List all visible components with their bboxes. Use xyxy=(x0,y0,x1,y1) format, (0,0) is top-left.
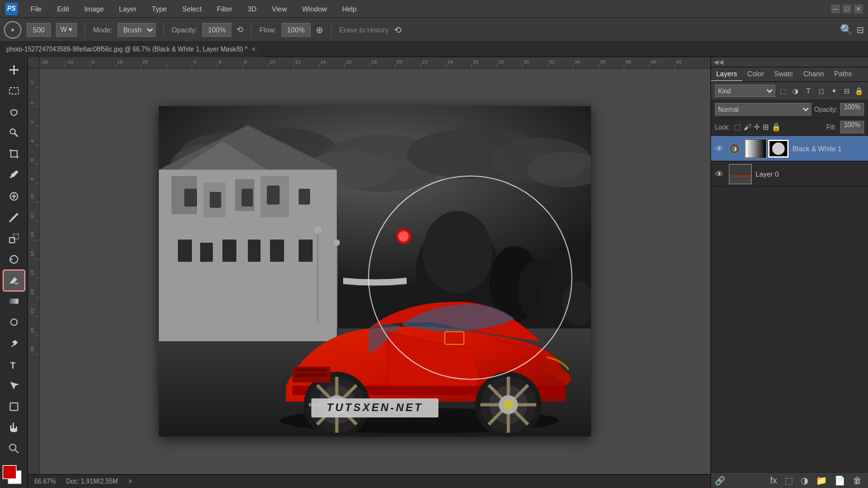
menu-select[interactable]: Select xyxy=(180,4,205,14)
airbrush-icon[interactable]: ⊕ xyxy=(316,25,323,35)
lock-pixels-icon[interactable]: 🖌 xyxy=(743,123,751,132)
tab-channels[interactable]: Chann xyxy=(798,67,829,81)
filter-lock-icon[interactable]: 🔒 xyxy=(854,86,864,96)
svg-text:12: 12 xyxy=(29,213,35,219)
svg-text:20: 20 xyxy=(29,289,35,295)
menu-filter[interactable]: Filter xyxy=(214,4,234,14)
fill-label: Fill: xyxy=(826,124,836,131)
svg-text:12: 12 xyxy=(295,59,301,65)
add-mask-button[interactable]: ⬚ xyxy=(782,475,796,486)
svg-text:-10: -10 xyxy=(66,59,74,65)
app-icon: PS xyxy=(5,3,18,15)
new-adjustment-button[interactable]: ◑ xyxy=(798,475,811,486)
tab-layers[interactable]: Layers xyxy=(711,67,742,81)
menu-layer[interactable]: Layer xyxy=(116,4,139,14)
tab-swatches[interactable]: Swatc xyxy=(769,67,798,81)
brush-tool[interactable] xyxy=(4,207,24,227)
menu-image[interactable]: Image xyxy=(82,4,107,14)
lock-transparent-icon[interactable]: ⬚ xyxy=(734,123,741,132)
layer-options-bw1[interactable]: ◑ xyxy=(729,143,740,154)
panel-tab-row: Layers Color Swatc Chann Paths xyxy=(711,67,868,82)
blend-mode-select[interactable]: Normal Dissolve Multiply Screen Overlay xyxy=(715,103,811,116)
tab-close-icon[interactable]: ✕ xyxy=(251,46,256,53)
canvas-tab[interactable]: photo-1527247043589-98e6ac08f56c.jpg @ 6… xyxy=(0,42,263,57)
dodge-tool[interactable] xyxy=(4,313,24,332)
pixel-filter-icon[interactable]: ⬚ xyxy=(778,86,788,96)
menu-file[interactable]: File xyxy=(28,4,44,14)
svg-text:26: 26 xyxy=(29,346,35,352)
tab-color[interactable]: Color xyxy=(742,67,769,81)
move-tool[interactable] xyxy=(4,60,24,79)
type-filter-icon[interactable]: T xyxy=(803,86,813,96)
canvas-viewport[interactable]: TUTSXEN-NET xyxy=(39,69,710,474)
link-layers-icon[interactable]: 🔗 xyxy=(715,475,725,485)
lasso-tool[interactable] xyxy=(4,102,24,121)
marquee-tool[interactable] xyxy=(4,81,24,100)
maximize-button[interactable]: □ xyxy=(843,4,851,13)
shape-filter-icon[interactable]: ◻ xyxy=(816,86,826,96)
status-arrow[interactable]: > xyxy=(128,478,132,485)
opacity-input[interactable]: 100% xyxy=(840,103,864,116)
adjustment-filter-icon[interactable]: ◑ xyxy=(790,86,801,96)
more-filter-icon[interactable]: ⊟ xyxy=(841,86,851,96)
eraser-tool[interactable] xyxy=(4,271,24,290)
brush-preset-icon[interactable]: W ▾ xyxy=(56,23,77,37)
svg-point-13 xyxy=(10,444,16,451)
menu-window[interactable]: Window xyxy=(299,4,329,14)
history-brush-tool[interactable] xyxy=(4,249,24,269)
layer-visibility-bw1[interactable]: 👁 xyxy=(715,144,725,154)
hand-tool[interactable] xyxy=(4,418,24,438)
tab-bar: photo-1527247043589-98e6ac08f56c.jpg @ 6… xyxy=(0,42,868,57)
zoom-tool[interactable] xyxy=(4,439,24,459)
erase-history-toggle[interactable]: ⟲ xyxy=(394,25,402,35)
lock-artboard-icon[interactable]: ⊞ xyxy=(763,123,769,132)
flow-value[interactable]: 100% xyxy=(281,23,311,37)
menu-type[interactable]: Type xyxy=(149,4,170,14)
clone-tool[interactable] xyxy=(4,228,24,248)
shape-tool[interactable] xyxy=(4,397,24,417)
svg-text:4: 4 xyxy=(193,59,196,65)
tab-paths[interactable]: Paths xyxy=(829,67,857,81)
new-layer-button[interactable]: 📄 xyxy=(832,475,848,486)
arrange-icon[interactable]: ⊟ xyxy=(857,25,864,35)
search-icon[interactable]: 🔍 xyxy=(840,24,853,36)
lock-position-icon[interactable]: ✛ xyxy=(754,123,760,132)
text-tool[interactable]: T xyxy=(4,355,24,374)
mode-select[interactable]: Brush Pencil Block xyxy=(118,23,156,37)
status-bar: 66.67% Doc: 1.91M/2.55M > xyxy=(28,474,710,488)
layer-item-bw1[interactable]: 👁 ◑ Black & White 1 xyxy=(711,136,868,161)
opacity-adjust-icon[interactable]: ⟲ xyxy=(236,25,243,34)
menu-help[interactable]: Help xyxy=(340,4,360,14)
image-canvas[interactable]: TUTSXEN-NET xyxy=(159,106,591,437)
delete-layer-button[interactable]: 🗑 xyxy=(850,475,864,486)
opacity-value[interactable]: 100% xyxy=(202,23,231,37)
healing-tool[interactable] xyxy=(4,186,24,206)
svg-text:26: 26 xyxy=(473,59,478,65)
lock-all-icon[interactable]: 🔒 xyxy=(771,123,781,132)
svg-point-132 xyxy=(398,231,409,241)
layer-mask-bw1[interactable] xyxy=(768,140,789,158)
brush-size-field[interactable]: 500 xyxy=(27,23,51,37)
smart-filter-icon[interactable]: ✦ xyxy=(829,86,839,96)
menu-view[interactable]: View xyxy=(269,4,290,14)
quick-select-tool[interactable] xyxy=(4,123,24,142)
path-select-tool[interactable] xyxy=(4,376,24,395)
eyedropper-tool[interactable] xyxy=(4,165,24,185)
menu-edit[interactable]: Edit xyxy=(55,4,72,14)
menu-3d[interactable]: 3D xyxy=(245,4,259,14)
kind-select[interactable]: Kind xyxy=(715,85,775,97)
toolbar: ● 500 W ▾ Mode: Brush Pencil Block Opaci… xyxy=(0,18,868,42)
pen-tool[interactable] xyxy=(4,334,24,353)
add-fx-button[interactable]: fx xyxy=(768,475,780,486)
svg-rect-166 xyxy=(729,175,751,183)
close-button[interactable]: ✕ xyxy=(854,4,863,13)
layer-item-0[interactable]: 👁 Layer 0 xyxy=(711,161,868,187)
foreground-color[interactable] xyxy=(3,465,17,479)
minimize-button[interactable]: — xyxy=(831,4,840,13)
gradient-tool[interactable] xyxy=(4,292,24,311)
fill-input[interactable]: 100% xyxy=(840,121,864,133)
new-group-button[interactable]: 📁 xyxy=(813,475,829,486)
panel-collapse-icon[interactable]: ◀◀ xyxy=(711,58,726,65)
layer-visibility-0[interactable]: 👁 xyxy=(715,169,725,179)
crop-tool[interactable] xyxy=(4,144,24,164)
